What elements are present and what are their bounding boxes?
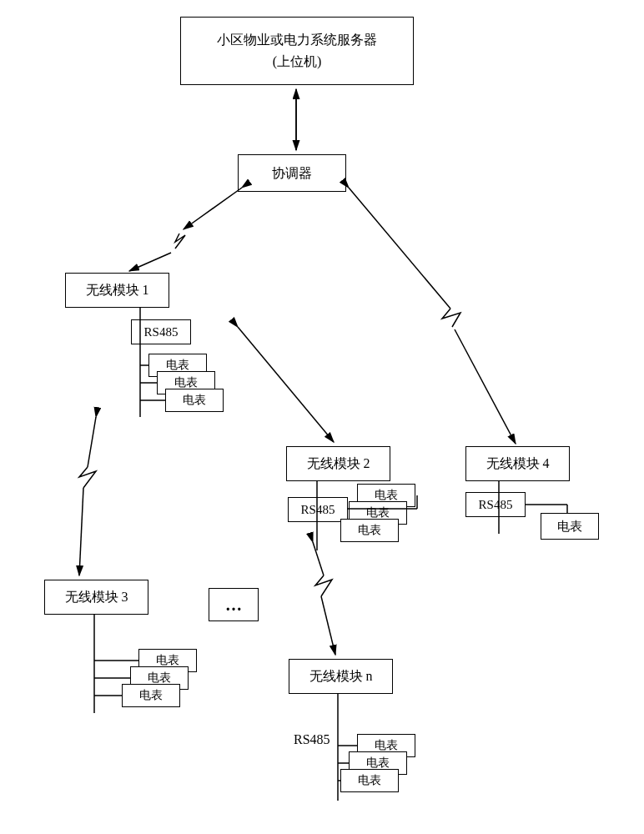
svg-line-3 — [129, 253, 171, 271]
server-box: 小区物业或电力系统服务器 (上位机) — [180, 17, 414, 85]
svg-line-5 — [238, 327, 334, 442]
module-2-rs485: RS485 — [288, 497, 348, 522]
svg-line-6 — [349, 188, 450, 309]
module-4-meter-1: 电表 — [541, 513, 599, 540]
svg-line-4 — [125, 192, 234, 271]
module-4-rs485: RS485 — [465, 492, 526, 517]
module-1-meter-3: 电表 — [165, 389, 224, 412]
module-n-box: 无线模块 n — [289, 659, 393, 694]
svg-line-2 — [184, 188, 242, 229]
module-3-meter-3: 电表 — [122, 684, 180, 707]
module-4-label: 无线模块 4 — [486, 453, 550, 475]
module-2-label: 无线模块 2 — [307, 453, 370, 475]
svg-line-11 — [321, 596, 335, 655]
module-1-label: 无线模块 1 — [86, 279, 149, 301]
coordinator-label: 协调器 — [272, 163, 312, 184]
server-line1: 小区物业或电力系统服务器 — [217, 29, 377, 51]
module-3-box: 无线模块 3 — [44, 580, 148, 615]
module-1-rs485: RS485 — [131, 319, 191, 344]
module-2-box: 无线模块 2 — [286, 446, 390, 481]
svg-line-10 — [313, 542, 324, 575]
module-2-meter-3: 电表 — [340, 519, 399, 542]
module-4-box: 无线模块 4 — [465, 446, 570, 481]
module-3-label: 无线模块 3 — [65, 586, 128, 608]
module-n-rs485-label: RS485 — [294, 732, 330, 747]
server-line2: (上位机) — [217, 51, 377, 73]
svg-line-7 — [455, 329, 516, 444]
module-n-meter-3: 电表 — [340, 769, 399, 792]
ellipsis-box: … — [209, 588, 259, 621]
svg-line-9 — [79, 488, 83, 575]
svg-line-8 — [88, 417, 96, 467]
coordinator-box: 协调器 — [238, 154, 346, 192]
connections-svg — [0, 0, 644, 834]
module-1-box: 无线模块 1 — [65, 273, 169, 308]
module-n-label: 无线模块 n — [309, 666, 373, 687]
